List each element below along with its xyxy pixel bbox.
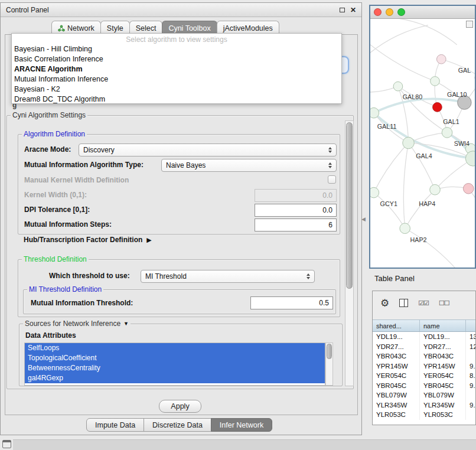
table-row[interactable]: YBR045CYBR045C9. (373, 381, 475, 391)
node-label: SWI4 (454, 140, 470, 147)
table-panel-title: Table Panel (374, 274, 415, 283)
algorithm-option[interactable]: Bayesian - Hill Climbing (12, 44, 341, 54)
network-node[interactable] (442, 128, 452, 138)
table-cell: YLR053C (373, 410, 420, 420)
panel-toggle-icon[interactable] (2, 440, 11, 448)
manual-kernel-width-checkbox[interactable] (328, 175, 336, 184)
select-all-checkboxes-icon[interactable]: ☑☑ (418, 299, 429, 307)
which-threshold-select[interactable]: MI Threshold (141, 270, 315, 283)
table-row[interactable]: YBL079WYBL079W (373, 390, 475, 400)
aracne-mode-select[interactable]: Discovery (79, 144, 337, 156)
table-cell: YPR145W (373, 361, 420, 371)
network-node[interactable] (400, 223, 410, 234)
network-edge[interactable] (374, 143, 409, 193)
table-cell (466, 390, 475, 400)
network-node[interactable] (463, 183, 474, 194)
network-edge[interactable] (403, 143, 408, 229)
network-node[interactable] (433, 103, 442, 112)
network-node[interactable] (393, 81, 403, 91)
algorithm-option[interactable]: Dream8 DC_TDC Algorithm (12, 94, 341, 105)
node-label: HAP2 (410, 236, 426, 243)
close-panel-icon[interactable]: ✕ (350, 6, 356, 14)
settings-scrollbar[interactable] (345, 120, 354, 386)
column-header-shared-[interactable]: shared... (373, 320, 420, 331)
mi-algorithm-type-select[interactable]: Naive Bayes (161, 159, 337, 172)
data-attributes-list[interactable]: SelfLoopsTopologicalCoefficientBetweenne… (24, 343, 325, 386)
algorithm-option[interactable]: Basic Correlation Inference (12, 54, 341, 64)
columns-icon[interactable] (399, 299, 408, 307)
deselect-all-checkboxes-icon[interactable]: ☐☐ (439, 299, 449, 307)
table-row[interactable]: YPR145WYPR145W9. (373, 361, 475, 371)
network-canvas[interactable]: GALGAL80GAL10GAL11GAL1SWI4GAL4GCY1HAP4HA… (370, 19, 475, 269)
minimize-window-icon[interactable] (386, 8, 393, 16)
node-label: GAL (458, 67, 471, 74)
table-cell: YBR043C (420, 351, 466, 361)
network-edge[interactable] (405, 190, 435, 229)
network-icon (58, 25, 65, 32)
network-edge[interactable] (370, 45, 435, 81)
table-row[interactable]: YDR27...YDR27...12... (373, 342, 475, 352)
list-item[interactable]: BetweennessCentrality (25, 363, 325, 373)
canvas-corner-button[interactable] (466, 21, 473, 28)
table-row[interactable]: YLR345WYLR345W9. (373, 400, 475, 410)
network-node[interactable] (465, 151, 475, 166)
table-row[interactable]: YLR053CYLR053C (373, 410, 475, 420)
sources-title[interactable]: Sources for Network Inference ▼ (23, 319, 131, 328)
mi-threshold-input[interactable] (250, 296, 333, 309)
zoom-window-icon[interactable] (397, 8, 405, 16)
table-cell: 13... (466, 332, 475, 342)
scrollbar-thumb[interactable] (327, 344, 332, 359)
algorithm-option[interactable]: Mutual Information Inference (12, 74, 341, 84)
network-edge[interactable] (405, 229, 457, 269)
network-view-window: GALGAL80GAL10GAL11GAL1SWI4GAL4GCY1HAP4HA… (369, 5, 476, 269)
tab-label: Style (107, 24, 123, 32)
table-body: YDL19...YDL19...13...YDR27...YDR27...12.… (373, 332, 475, 425)
network-node[interactable] (430, 184, 441, 195)
network-node[interactable] (431, 77, 440, 86)
node-label: GCY1 (380, 200, 397, 207)
network-node[interactable] (403, 137, 415, 149)
network-window-titlebar[interactable] (370, 6, 475, 19)
network-node[interactable] (370, 187, 379, 198)
network-edge[interactable] (382, 19, 457, 45)
gear-icon[interactable]: ⚙ (380, 298, 389, 308)
panel-title: Control Panel (6, 6, 49, 14)
dpi-tolerance-input[interactable] (255, 204, 337, 217)
table-row[interactable]: YBR043CYBR043C (373, 351, 475, 361)
titlebar-icons: ✕ (340, 6, 356, 14)
table-row[interactable]: YDL19...YDL19...13... (373, 332, 475, 342)
scrollbar-thumb[interactable] (346, 122, 353, 289)
float-window-icon[interactable] (340, 8, 345, 12)
list-scrollbar[interactable] (325, 343, 333, 386)
mi-steps-input[interactable] (255, 219, 337, 231)
tab-infer-network[interactable]: Infer Network (211, 418, 272, 432)
algorithm-option[interactable]: ARACNE Algorithm (12, 64, 341, 74)
close-window-icon[interactable] (374, 8, 382, 16)
network-edge[interactable] (374, 193, 405, 229)
sources-title-text: Sources for Network Inference (25, 319, 120, 328)
list-item[interactable]: TopologicalCoefficient (25, 353, 325, 363)
expand-right-icon: ▶ (146, 236, 151, 244)
table-cell: YLR345W (420, 400, 466, 410)
apply-button[interactable]: Apply (159, 400, 201, 413)
hub-definition-section[interactable]: Hub/Transcription Factor Definition ▶ (24, 236, 152, 244)
column-header-2[interactable] (466, 320, 475, 331)
control-panel-titlebar[interactable]: Control Panel ✕ (1, 3, 361, 17)
tab-discretize-data[interactable]: Discretize Data (144, 418, 211, 432)
list-item[interactable]: SelfLoops (25, 343, 325, 353)
list-item[interactable]: gal4RGexp (25, 373, 325, 383)
column-header-name[interactable]: name (420, 320, 466, 331)
algorithm-option[interactable]: Bayesian - K2 (12, 84, 341, 94)
table-cell: 9. (466, 381, 475, 391)
tab-impute-data[interactable]: Impute Data (86, 418, 144, 432)
network-node[interactable] (370, 107, 379, 118)
tab-label: Cyni Toolbox (168, 24, 210, 32)
table-cell: YPR145W (420, 361, 466, 371)
network-node[interactable] (436, 54, 446, 64)
which-threshold-value: MI Threshold (145, 272, 187, 281)
split-collapse-icon[interactable]: ◀ (361, 216, 366, 222)
aracne-mode-value: Discovery (83, 146, 115, 154)
network-edge[interactable] (409, 143, 435, 190)
table-row[interactable]: YER054CYER054C8. (373, 371, 475, 381)
network-edge[interactable] (370, 25, 428, 58)
